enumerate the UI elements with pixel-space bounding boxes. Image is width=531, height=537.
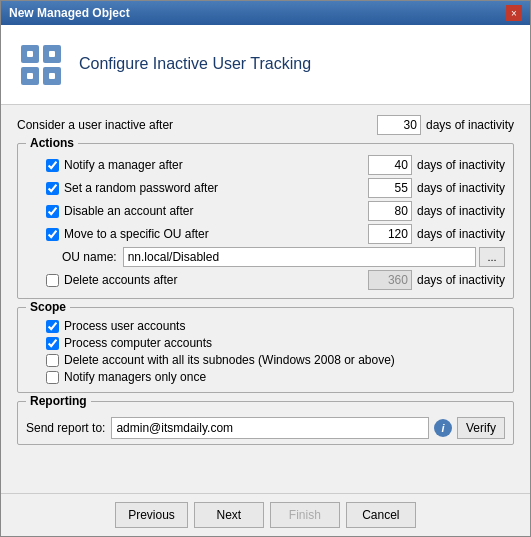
next-button[interactable]: Next (194, 502, 264, 528)
cancel-button[interactable]: Cancel (346, 502, 416, 528)
random-password-checkbox[interactable] (46, 182, 59, 195)
move-ou-checkbox[interactable] (46, 228, 59, 241)
notify-managers-checkbox[interactable] (46, 371, 59, 384)
notify-label: Notify a manager after (64, 158, 368, 172)
process-user-checkbox[interactable] (46, 320, 59, 333)
process-computer-label: Process computer accounts (64, 336, 212, 350)
inactive-after-input[interactable] (377, 115, 421, 135)
previous-button[interactable]: Previous (115, 502, 188, 528)
actions-label: Actions (26, 136, 78, 150)
title-bar: New Managed Object × (1, 1, 530, 25)
reporting-label: Reporting (26, 394, 91, 408)
svg-rect-7 (49, 73, 55, 79)
random-password-input[interactable] (368, 178, 412, 198)
process-computer-checkbox[interactable] (46, 337, 59, 350)
delete-subnodes-label: Delete account with all its subnodes (Wi… (64, 353, 395, 367)
disable-account-suffix: days of inactivity (417, 204, 505, 218)
notify-checkbox[interactable] (46, 159, 59, 172)
disable-account-row: Disable an account after days of inactiv… (26, 201, 505, 221)
process-computer-row: Process computer accounts (26, 336, 505, 350)
info-icon[interactable]: i (434, 419, 452, 437)
actions-group: Actions Notify a manager after days of i… (17, 143, 514, 299)
delete-subnodes-checkbox[interactable] (46, 354, 59, 367)
notify-managers-row: Notify managers only once (26, 370, 505, 384)
random-password-suffix: days of inactivity (417, 181, 505, 195)
main-window: New Managed Object × Configure Inactive … (0, 0, 531, 537)
managed-object-icon (17, 41, 65, 89)
random-password-label: Set a random password after (64, 181, 368, 195)
footer: Previous Next Finish Cancel (1, 493, 530, 536)
verify-button[interactable]: Verify (457, 417, 505, 439)
disable-account-input[interactable] (368, 201, 412, 221)
move-ou-input[interactable] (368, 224, 412, 244)
send-report-row: Send report to: i Verify (26, 417, 505, 439)
scope-group: Scope Process user accounts Process comp… (17, 307, 514, 393)
browse-button[interactable]: ... (479, 247, 505, 267)
delete-subnodes-row: Delete account with all its subnodes (Wi… (26, 353, 505, 367)
svg-rect-4 (27, 51, 33, 57)
page-title: Configure Inactive User Tracking (79, 54, 311, 75)
delete-accounts-label: Delete accounts after (64, 273, 368, 287)
move-ou-label: Move to a specific OU after (64, 227, 368, 241)
finish-button[interactable]: Finish (270, 502, 340, 528)
ou-name-row: OU name: ... (26, 247, 505, 267)
content-area: Consider a user inactive after days of i… (1, 105, 530, 493)
svg-rect-6 (27, 73, 33, 79)
disable-account-checkbox[interactable] (46, 205, 59, 218)
random-password-row: Set a random password after days of inac… (26, 178, 505, 198)
delete-accounts-suffix: days of inactivity (417, 273, 505, 287)
ou-name-label: OU name: (62, 250, 117, 264)
header-area: Configure Inactive User Tracking (1, 25, 530, 105)
process-user-row: Process user accounts (26, 319, 505, 333)
delete-accounts-checkbox[interactable] (46, 274, 59, 287)
inactive-after-label: Consider a user inactive after (17, 118, 173, 132)
email-input[interactable] (111, 417, 429, 439)
inactive-after-suffix: days of inactivity (426, 118, 514, 132)
notify-row: Notify a manager after days of inactivit… (26, 155, 505, 175)
notify-input[interactable] (368, 155, 412, 175)
window-title: New Managed Object (9, 6, 130, 20)
delete-accounts-input[interactable] (368, 270, 412, 290)
notify-managers-label: Notify managers only once (64, 370, 206, 384)
scope-label: Scope (26, 300, 70, 314)
svg-rect-5 (49, 51, 55, 57)
close-button[interactable]: × (506, 5, 522, 21)
send-report-label: Send report to: (26, 421, 105, 435)
reporting-group: Reporting Send report to: i Verify (17, 401, 514, 445)
move-ou-suffix: days of inactivity (417, 227, 505, 241)
notify-suffix: days of inactivity (417, 158, 505, 172)
process-user-label: Process user accounts (64, 319, 185, 333)
disable-account-label: Disable an account after (64, 204, 368, 218)
inactive-after-row: Consider a user inactive after days of i… (17, 115, 514, 135)
delete-accounts-row: Delete accounts after days of inactivity (26, 270, 505, 290)
move-ou-row: Move to a specific OU after days of inac… (26, 224, 505, 244)
ou-name-input[interactable] (123, 247, 476, 267)
